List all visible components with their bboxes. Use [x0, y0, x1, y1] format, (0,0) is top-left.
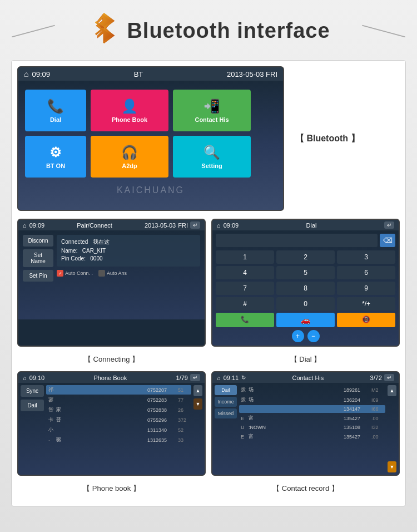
- dial-backspace-button[interactable]: ⌫: [380, 234, 395, 247]
- dial-key-5[interactable]: 5: [276, 266, 335, 279]
- home-icon[interactable]: ⌂: [24, 70, 28, 78]
- main-date: 2013-05-03 FRI: [227, 70, 277, 78]
- pb-row-4[interactable]: 小 1311340 52: [46, 425, 191, 435]
- tile-contacthis[interactable]: 📲 Contact His: [173, 90, 251, 131]
- ch-records-list: 拨 场 189261 M2 拨 场 136204 I09: [239, 385, 385, 472]
- main-bt-label: BT: [134, 70, 143, 78]
- ch-row-1[interactable]: 拨 场 136204 I09: [239, 395, 385, 405]
- dial-add-contact-button[interactable]: +: [292, 330, 304, 342]
- header-line-left: [12, 25, 55, 38]
- ch-scroll-up-button[interactable]: ▲: [388, 385, 396, 396]
- ch-tab-group: Dail Income Missed: [215, 385, 237, 472]
- conn-home-icon[interactable]: ⌂: [23, 222, 27, 229]
- middle-screens-row: ⌂ 09:09 Pair/Connect 2013-05-03 FRI ↵ Di…: [17, 219, 400, 347]
- phonebook-tile-icon: 👤: [121, 98, 138, 114]
- ch-row-5[interactable]: E 富 135427 .00: [239, 432, 385, 441]
- dial-key-2[interactable]: 2: [276, 250, 335, 264]
- main-content-box: ⌂ 09:09 BT 2013-05-03 FRI 📞 Dial: [11, 60, 406, 506]
- phonebook-body: Sync Dail 祁 0752207 51 寥 07: [18, 383, 205, 475]
- pb-page: 1/79: [176, 375, 188, 381]
- set-pin-button[interactable]: Set Pin: [23, 270, 53, 282]
- dial-tile-icon: 📞: [47, 98, 64, 114]
- dial-home-icon[interactable]: ⌂: [217, 222, 221, 229]
- ch-back-btn[interactable]: ↵: [384, 374, 394, 381]
- dial-key-4[interactable]: 4: [216, 266, 274, 279]
- ch-tab-income[interactable]: Income: [215, 397, 237, 407]
- conn-back-btn[interactable]: ↵: [190, 221, 200, 229]
- ch-row-3[interactable]: E 富 135427 .00: [239, 413, 385, 423]
- pb-title: Phone Book: [93, 375, 127, 381]
- main-bluetooth-screen: ⌂ 09:09 BT 2013-05-03 FRI 📞 Dial: [17, 66, 284, 211]
- dial-key-0[interactable]: 0: [276, 297, 335, 311]
- ch-row-4[interactable]: U :NOWN 135108 I32: [239, 423, 385, 431]
- tile-dial-label: Dial: [50, 116, 61, 123]
- dial-remove-button[interactable]: −: [307, 330, 320, 342]
- middle-captions-row: 【 Connecting 】 【 Dial 】: [17, 352, 400, 367]
- dial-key-6[interactable]: 6: [337, 266, 395, 279]
- tile-phonebook-label: Phone Book: [112, 116, 147, 123]
- phonebook-screen: ⌂ 09:10 Phone Book 1/79 ↵ Sync Dail: [17, 371, 206, 476]
- dial-key-hash[interactable]: #: [216, 297, 274, 311]
- ch-row-2[interactable]: 134147 I66: [239, 405, 385, 413]
- phonebook-caption: 【 Phone book 】: [17, 481, 206, 496]
- ch-row-0[interactable]: 拨 场 189261 M2: [239, 385, 385, 395]
- ch-tab-dial[interactable]: Dail: [215, 385, 237, 395]
- tile-setting[interactable]: 🔍 Setting: [173, 136, 251, 178]
- pb-scroll-up-button[interactable]: ▲: [193, 385, 202, 396]
- pb-row-5[interactable]: · 驱 1312635 33: [46, 435, 191, 445]
- pb-sync-button[interactable]: Sync: [21, 385, 44, 397]
- pb-row-0[interactable]: 祁 0752207 51: [46, 385, 191, 395]
- pb-row-2[interactable]: 智 家 0752838 26: [46, 405, 191, 415]
- dial-car-button[interactable]: 🚗: [276, 313, 335, 327]
- ch-page: 3/72: [370, 375, 382, 381]
- dial-key-3[interactable]: 3: [337, 250, 395, 264]
- tile-a2dp[interactable]: 🎧 A2dp: [91, 136, 168, 178]
- pb-row-3[interactable]: 卡 普 0755296 372: [46, 415, 191, 425]
- conn-connected-row: Connected 我在这: [61, 238, 196, 246]
- auto-conn-checkbox[interactable]: ✓ Auto Conn. .: [57, 270, 93, 277]
- disconn-button[interactable]: Disconn: [23, 235, 53, 247]
- tile-phonebook[interactable]: 👤 Phone Book: [91, 90, 168, 131]
- dial-key-9[interactable]: 9: [337, 282, 395, 295]
- tiles-area: 📞 Dial 👤 Phone Book 📲 Contact His: [18, 81, 283, 210]
- pb-scroll-down-button[interactable]: ▼: [193, 398, 202, 410]
- ch-tab-missed[interactable]: Missed: [215, 408, 237, 418]
- tile-dial[interactable]: 📞 Dial: [25, 90, 86, 131]
- pb-row-1[interactable]: 寥 0752283 77: [46, 395, 191, 405]
- dial-key-1[interactable]: 1: [216, 250, 274, 264]
- tile-bton[interactable]: ⚙ BT ON: [25, 136, 86, 178]
- contacthis-body: Dail Income Missed 拨 场 189261 M2 拨: [212, 383, 399, 475]
- dial-body: ⌫ 1 2 3 4 5 6 7 8 9 # 0 */+: [212, 230, 399, 346]
- pb-contact-list: 祁 0752207 51 寥 0752283 77 智: [46, 385, 191, 472]
- ch-home-icon[interactable]: ⌂: [217, 375, 221, 381]
- ch-sync-icon: ↻: [241, 375, 246, 381]
- dial-key-star[interactable]: */+: [337, 297, 395, 311]
- auto-conn-check-icon: ✓: [57, 270, 63, 277]
- pb-back-btn[interactable]: ↵: [190, 374, 200, 381]
- conn-name-row: Name: CAR_KIT: [61, 248, 196, 254]
- dial-call-button[interactable]: 📞: [216, 313, 274, 327]
- ch-time: 09:11: [224, 375, 239, 381]
- connecting-body: Disconn Set Name Set Pin Connected 我在这 N…: [18, 230, 205, 319]
- dial-number-display[interactable]: [216, 234, 378, 247]
- dial-end-button[interactable]: 📵: [337, 313, 395, 327]
- conn-day: FRI: [178, 222, 188, 229]
- bottom-captions-row: 【 Phone book 】 【 Contact record 】: [17, 481, 400, 496]
- main-time: 09:09: [32, 70, 50, 78]
- tile-bton-label: BT ON: [46, 162, 65, 169]
- dial-keypad: 1 2 3 4 5 6 7 8 9 # 0 */+ 📞 🚗: [216, 250, 395, 327]
- tile-setting-label: Setting: [201, 162, 222, 169]
- ch-scroll-down-button[interactable]: ▼: [388, 461, 396, 472]
- pb-home-icon[interactable]: ⌂: [23, 375, 27, 381]
- bluetooth-sidebar-label: 【 Bluetooth 】: [295, 133, 360, 145]
- dial-key-8[interactable]: 8: [276, 282, 335, 295]
- dial-back-btn[interactable]: ↵: [384, 221, 394, 229]
- set-name-button[interactable]: Set Name: [23, 249, 53, 267]
- main-statusbar: ⌂ 09:09 BT 2013-05-03 FRI: [18, 67, 283, 81]
- tiles-row-2: ⚙ BT ON 🎧 A2dp 🔍 Setting: [25, 136, 276, 178]
- dial-key-7[interactable]: 7: [216, 282, 274, 295]
- connecting-statusbar: ⌂ 09:09 Pair/Connect 2013-05-03 FRI ↵: [18, 220, 205, 230]
- page-header: Bluetooth interface: [11, 11, 406, 50]
- pb-dial-button[interactable]: Dail: [21, 400, 44, 411]
- auto-ans-checkbox[interactable]: Auto Ans: [98, 270, 127, 277]
